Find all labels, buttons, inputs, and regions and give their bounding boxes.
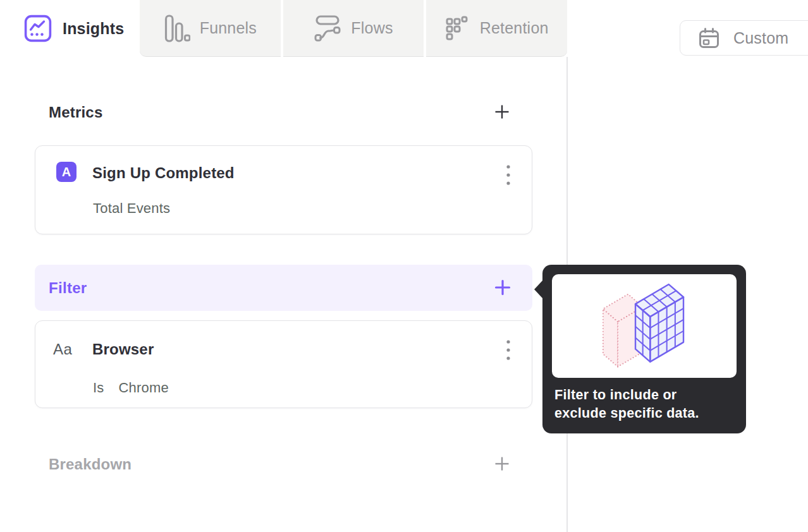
tooltip-arrow [534, 280, 543, 299]
string-property-icon: Aa [53, 341, 72, 358]
breakdown-section-title: Breakdown [49, 456, 132, 473]
funnels-icon [164, 15, 190, 42]
tab-funnels-label: Funnels [200, 19, 257, 37]
tooltip-illustration-box [552, 274, 737, 378]
filter-section-title: Filter [49, 279, 87, 297]
tooltip-text-line2: exclude specific data. [554, 404, 738, 423]
inactive-tabs-group: Funnels Flows [140, 0, 567, 57]
filter-card-browser[interactable]: Aa Browser Is Chrome [35, 320, 532, 408]
add-breakdown-button[interactable] [494, 456, 511, 472]
filter-operator: Is [93, 380, 104, 396]
metric-series-badge: A [56, 162, 77, 182]
report-tabs-bar: Insights Funnels Flows [0, 0, 808, 57]
tab-retention-label: Retention [480, 19, 549, 37]
filter-condition: Is Chrome [93, 380, 169, 396]
add-metric-button[interactable] [494, 104, 511, 120]
metrics-section-title: Metrics [49, 104, 102, 121]
metric-card-sign-up-completed[interactable]: A Sign Up Completed Total Events [35, 145, 532, 234]
filter-tooltip: Filter to include or exclude specific da… [542, 265, 746, 433]
retention-icon [445, 15, 470, 42]
plus-icon [494, 456, 510, 471]
metric-title: Sign Up Completed [92, 164, 235, 182]
filter-cube-illustration [596, 278, 692, 374]
metric-options-kebab-icon[interactable] [503, 164, 513, 186]
tab-flows[interactable]: Flows [283, 0, 424, 57]
insights-query-builder: Insights Funnels Flows [0, 0, 808, 532]
tooltip-text: Filter to include or exclude specific da… [554, 386, 738, 423]
flows-icon [314, 15, 341, 42]
tab-flows-label: Flows [351, 19, 393, 37]
add-filter-button[interactable] [494, 279, 511, 296]
date-range-custom-button[interactable]: Custom [680, 20, 808, 56]
tab-insights[interactable]: Insights [0, 0, 139, 57]
plus-icon [494, 104, 510, 119]
filter-value: Chrome [119, 380, 169, 396]
metric-aggregation: Total Events [93, 200, 170, 217]
tab-funnels[interactable]: Funnels [140, 0, 281, 57]
insights-chart-icon [24, 15, 52, 42]
calendar-icon [698, 27, 720, 49]
filter-section-row[interactable]: Filter [35, 265, 532, 311]
tooltip-text-line1: Filter to include or [554, 386, 738, 404]
filter-options-kebab-icon[interactable] [503, 339, 513, 361]
tab-insights-label: Insights [63, 20, 124, 38]
filter-property-name: Browser [92, 341, 154, 358]
plus-icon [494, 279, 511, 296]
custom-button-label: Custom [733, 29, 788, 47]
tab-retention[interactable]: Retention [426, 0, 567, 57]
